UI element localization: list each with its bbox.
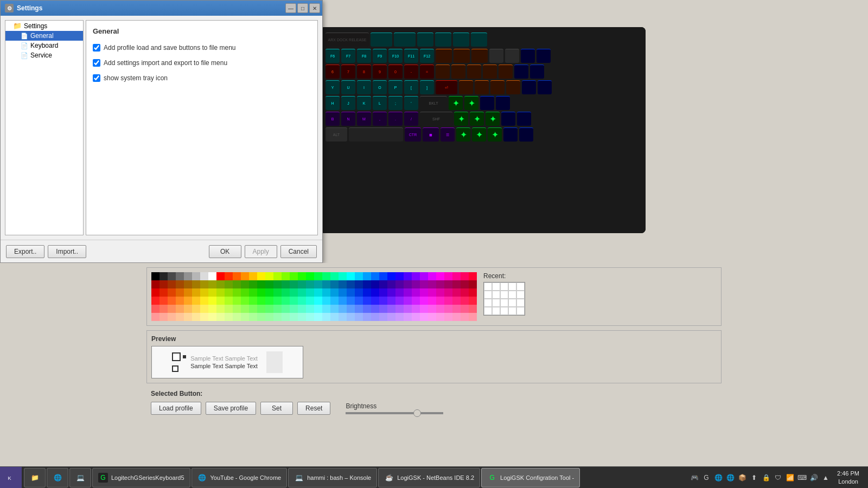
color-cell[interactable]: [306, 305, 314, 313]
color-cell[interactable]: [428, 305, 436, 313]
color-cell[interactable]: [151, 305, 159, 313]
color-cell[interactable]: [444, 305, 452, 313]
tray-icon-vpn[interactable]: 🛡: [773, 473, 783, 483]
color-cell[interactable]: [273, 297, 282, 305]
color-cell[interactable]: [428, 313, 436, 321]
color-cell[interactable]: [257, 313, 265, 321]
color-cell[interactable]: [314, 272, 322, 280]
color-cell[interactable]: [200, 297, 208, 305]
color-cell[interactable]: [208, 288, 216, 297]
color-cell[interactable]: [257, 280, 265, 288]
cancel-button[interactable]: Cancel: [280, 245, 317, 258]
color-cell[interactable]: [379, 288, 387, 297]
color-cell[interactable]: [469, 305, 477, 313]
load-profile-button[interactable]: Load profile: [151, 402, 201, 415]
color-cell[interactable]: [176, 288, 184, 297]
color-cell[interactable]: [355, 272, 363, 280]
color-cell[interactable]: [241, 297, 249, 305]
color-cell[interactable]: [330, 272, 339, 280]
color-cell[interactable]: [379, 313, 387, 321]
color-cell[interactable]: [420, 272, 428, 280]
color-cell[interactable]: [330, 297, 339, 305]
taskbar-app-chrome[interactable]: 🌐 YouTube - Google Chrome: [192, 468, 288, 487]
color-cell[interactable]: [225, 272, 233, 280]
color-cell[interactable]: [151, 313, 159, 321]
color-cell[interactable]: [379, 305, 387, 313]
color-cell[interactable]: [379, 280, 387, 288]
reset-button[interactable]: Reset: [297, 402, 330, 415]
color-cell[interactable]: [322, 305, 330, 313]
color-cell[interactable]: [225, 305, 233, 313]
color-cell[interactable]: [306, 313, 314, 321]
color-cell[interactable]: [225, 313, 233, 321]
color-cell[interactable]: [192, 272, 200, 280]
color-cell[interactable]: [184, 313, 192, 321]
color-cell[interactable]: [452, 272, 461, 280]
color-cell[interactable]: [290, 288, 298, 297]
color-cell[interactable]: [363, 272, 371, 280]
color-cell[interactable]: [395, 313, 404, 321]
color-cell[interactable]: [192, 297, 200, 305]
color-cell[interactable]: [216, 288, 225, 297]
recent-color-cell[interactable]: [500, 282, 508, 291]
color-cell[interactable]: [436, 280, 444, 288]
color-cell[interactable]: [314, 280, 322, 288]
color-cell[interactable]: [428, 288, 436, 297]
color-cell[interactable]: [200, 305, 208, 313]
recent-color-cell[interactable]: [500, 307, 508, 315]
checkbox-system-tray[interactable]: show system tray icon: [93, 74, 311, 82]
color-cell[interactable]: [404, 280, 412, 288]
color-cell[interactable]: [330, 305, 339, 313]
checkbox-add-profile-input[interactable]: [93, 44, 100, 52]
color-cell[interactable]: [420, 297, 428, 305]
color-cell[interactable]: [282, 297, 290, 305]
color-cell[interactable]: [233, 272, 241, 280]
tray-icon-expand[interactable]: ▲: [821, 473, 831, 483]
color-cell[interactable]: [314, 297, 322, 305]
tray-icon-network[interactable]: 🔒: [761, 473, 771, 483]
taskbar-app-browser-icon[interactable]: 🌐: [47, 468, 68, 487]
color-cell[interactable]: [355, 305, 363, 313]
color-cell[interactable]: [241, 272, 249, 280]
tray-icon-4[interactable]: 🌐: [725, 473, 735, 483]
color-cell[interactable]: [469, 280, 477, 288]
color-cell[interactable]: [282, 280, 290, 288]
color-cell[interactable]: [461, 280, 469, 288]
color-cell[interactable]: [461, 313, 469, 321]
color-cell[interactable]: [257, 288, 265, 297]
color-cell[interactable]: [184, 272, 192, 280]
color-cell[interactable]: [216, 313, 225, 321]
color-cell[interactable]: [241, 280, 249, 288]
color-cell[interactable]: [428, 272, 436, 280]
color-cell[interactable]: [241, 305, 249, 313]
color-cell[interactable]: [192, 288, 200, 297]
maximize-button[interactable]: □: [297, 3, 308, 13]
color-cell[interactable]: [208, 272, 216, 280]
color-cell[interactable]: [168, 272, 176, 280]
color-cell[interactable]: [469, 288, 477, 297]
color-cell[interactable]: [200, 288, 208, 297]
color-cell[interactable]: [265, 288, 273, 297]
color-cell[interactable]: [452, 313, 461, 321]
recent-color-cell[interactable]: [492, 299, 500, 307]
color-cell[interactable]: [371, 288, 379, 297]
color-cell[interactable]: [298, 272, 306, 280]
tray-icon-wifi[interactable]: 📶: [785, 473, 795, 483]
color-cell[interactable]: [273, 272, 282, 280]
color-cell[interactable]: [282, 313, 290, 321]
color-cell[interactable]: [387, 297, 395, 305]
color-cell[interactable]: [379, 297, 387, 305]
color-cell[interactable]: [395, 280, 404, 288]
color-cell[interactable]: [322, 313, 330, 321]
color-cell[interactable]: [452, 288, 461, 297]
taskbar-app-konsole[interactable]: 💻 hammi : bash – Konsole: [288, 468, 377, 487]
color-cell[interactable]: [412, 313, 420, 321]
color-cell[interactable]: [428, 280, 436, 288]
color-cell[interactable]: [363, 280, 371, 288]
color-cell[interactable]: [436, 313, 444, 321]
tray-icon-2[interactable]: G: [701, 473, 711, 483]
tree-item-general[interactable]: 📄 General: [5, 31, 83, 41]
color-cell[interactable]: [200, 280, 208, 288]
color-cell[interactable]: [290, 313, 298, 321]
color-cell[interactable]: [184, 305, 192, 313]
